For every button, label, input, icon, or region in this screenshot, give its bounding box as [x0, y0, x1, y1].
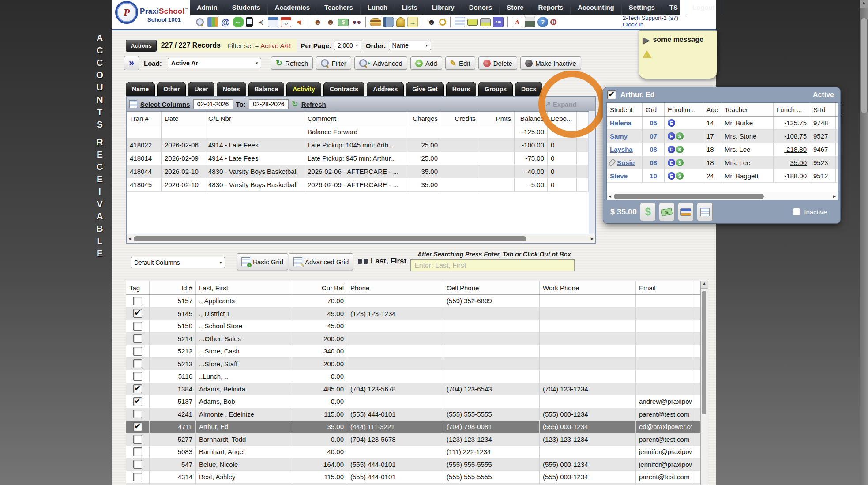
actions-button[interactable]: Actions	[126, 40, 157, 52]
date-to-input[interactable]	[249, 99, 289, 109]
scroll-left-icon[interactable]: ◄	[127, 236, 133, 241]
edit-button[interactable]: ✎Edit	[445, 56, 475, 70]
nav-item-admin[interactable]: Admin	[190, 0, 225, 15]
tag-checkbox[interactable]	[133, 297, 142, 305]
nav-item-reports[interactable]: Reports	[531, 0, 571, 15]
tab-groups[interactable]: Groups	[478, 82, 513, 96]
transactions-vertical-scrollbar[interactable]	[589, 111, 595, 234]
student-link[interactable]: Susie	[617, 159, 635, 166]
nurse-icon[interactable]: ☻	[312, 17, 323, 27]
account-row[interactable]: 5157., Applicants70.00(559) 352-6899	[126, 295, 708, 308]
advanced-button[interactable]: +Advanced	[354, 56, 407, 70]
account-row[interactable]: 1384Adams, Belinda485.00(704) 123-5678(7…	[126, 383, 708, 396]
nav-item-lists[interactable]: Lists	[395, 0, 425, 15]
filter-button[interactable]: Filter	[316, 56, 351, 70]
tag-checkbox[interactable]	[133, 447, 142, 456]
lunch-balance-link[interactable]: -188.00	[784, 172, 807, 180]
nav-item-logout[interactable]: Logout	[685, 0, 722, 15]
account-row[interactable]: 5145., District 145.00(123) 123-1234	[126, 308, 708, 320]
scrollbar-thumb[interactable]	[702, 291, 706, 414]
tag-checkbox[interactable]	[133, 473, 142, 481]
account-row[interactable]: 5212...Store, Cash340.00	[126, 345, 708, 358]
scroll-up-icon[interactable]: ▲	[701, 281, 708, 289]
tag-checkbox[interactable]	[133, 347, 142, 356]
nav-item-store[interactable]: Store	[500, 0, 531, 15]
account-row[interactable]: 4711Arthur, Ed35.00(444) 111-3221(704) 7…	[126, 421, 708, 433]
scroll-right-icon[interactable]: ►	[831, 194, 838, 199]
tag-checkbox[interactable]	[133, 410, 142, 418]
account-row[interactable]: 5147Brown, Chris223.75(123) 123-1234	[126, 484, 708, 485]
calendar-icon[interactable]	[268, 17, 278, 27]
parent-icon[interactable]: ☻	[325, 17, 336, 27]
lunch-icon[interactable]	[370, 18, 381, 26]
tab-contracts[interactable]: Contracts	[323, 82, 364, 96]
tag-checkbox[interactable]	[133, 359, 142, 368]
note-send-icon[interactable]: →	[407, 17, 418, 27]
student-row[interactable]: Laysha08ES18Mrs. Lee-218.809467	[607, 143, 838, 156]
family-tag-checkbox[interactable]	[607, 90, 616, 99]
print-check-icon[interactable]	[480, 18, 491, 26]
tab-balance[interactable]: Balance	[248, 82, 285, 96]
account-row[interactable]: 5116..Lunch, ..0.00	[126, 370, 708, 383]
family-icon[interactable]: ☻☻	[351, 17, 361, 27]
account-row[interactable]: 5214...Other, Sales200.00	[126, 333, 708, 346]
account-row[interactable]: 4241Almonte , Edelnize115.00(555) 444-01…	[126, 408, 708, 421]
student-row[interactable]: Susie08ES18Mrs. Lee35.009523	[607, 156, 838, 169]
students-horizontal-scrollbar[interactable]: ◄ ►	[607, 192, 838, 200]
bell-icon[interactable]	[396, 17, 405, 27]
nav-item-library[interactable]: Library	[425, 0, 462, 15]
transaction-row[interactable]: 4180142026-02-094914 - Late FeesLate Pic…	[127, 152, 589, 165]
check-icon[interactable]	[467, 19, 478, 26]
date-from-input[interactable]	[193, 99, 233, 109]
account-row[interactable]: 5137Adams, Bob0.00andrew@praxipower.com	[126, 395, 708, 408]
refresh-link[interactable]: Refresh	[301, 101, 326, 108]
pay-cash-button[interactable]: $	[640, 203, 656, 221]
collapse-panel-button[interactable]: »	[124, 56, 139, 70]
account-row[interactable]: 5083Barnhart, Angel40.00(111) 222-1234je…	[126, 446, 708, 459]
staff-icon[interactable]: ☻	[426, 17, 437, 27]
tag-checkbox[interactable]	[133, 322, 142, 331]
tag-checkbox[interactable]	[133, 397, 142, 406]
search-icon[interactable]	[195, 17, 205, 27]
lunch-balance-link[interactable]: -108.75	[784, 132, 807, 140]
accounts-vertical-scrollbar[interactable]: ▲	[700, 281, 708, 485]
dashboard-icon[interactable]	[207, 17, 218, 27]
account-row[interactable]: 5150., School Store45.00	[126, 320, 708, 333]
scroll-up-icon[interactable]: ▲	[860, 0, 868, 8]
payment-icon[interactable]: $	[338, 19, 349, 26]
accounts-payable-icon[interactable]: A/P	[493, 17, 504, 27]
inactive-checkbox[interactable]	[793, 208, 800, 215]
account-row[interactable]: 4314Best, Ashley115.00(555) 444-0101(555…	[126, 471, 708, 484]
load-select[interactable]: Active Ar▼	[168, 58, 261, 68]
tag-checkbox[interactable]	[133, 422, 142, 431]
student-row[interactable]: Samy07ES17Mrs. Stone-108.759527	[607, 130, 838, 143]
mobile-icon[interactable]	[246, 17, 253, 27]
nav-item-academics[interactable]: Academics	[268, 0, 317, 15]
tab-activity[interactable]: Activity	[286, 82, 321, 96]
broadcast-icon[interactable]: ◄)	[255, 17, 266, 27]
pay-add-button[interactable]: $	[659, 203, 675, 221]
tag-checkbox[interactable]	[133, 435, 142, 444]
scroll-left-icon[interactable]: ◄	[607, 194, 613, 199]
pay-card-button[interactable]	[678, 203, 694, 221]
tab-docs[interactable]: Docs	[515, 82, 542, 96]
scrollbar-thumb[interactable]	[861, 18, 868, 113]
student-link[interactable]: Samy	[610, 132, 628, 140]
nav-item-students[interactable]: Students	[225, 0, 268, 15]
nav-item-teachers[interactable]: Teachers	[317, 0, 361, 15]
help-icon[interactable]: ?	[537, 17, 548, 27]
alerts-icon[interactable]: !	[550, 19, 556, 25]
tag-checkbox[interactable]	[133, 460, 142, 469]
ledger-icon[interactable]	[455, 17, 465, 27]
nav-item-accounting[interactable]: Accounting	[571, 0, 622, 15]
lunch-balance-link[interactable]: 35.00	[790, 159, 807, 166]
search-input[interactable]	[410, 259, 575, 271]
tab-notes[interactable]: Notes	[217, 82, 246, 96]
pdf-icon[interactable]: A	[512, 17, 522, 27]
student-link[interactable]: Steve	[610, 172, 628, 180]
tab-hours[interactable]: Hours	[446, 82, 476, 96]
email-icon[interactable]: @	[220, 17, 231, 27]
tag-checkbox[interactable]	[133, 372, 142, 381]
nav-item-lunch[interactable]: Lunch	[361, 0, 395, 15]
pay-ledger-button[interactable]	[697, 203, 713, 221]
